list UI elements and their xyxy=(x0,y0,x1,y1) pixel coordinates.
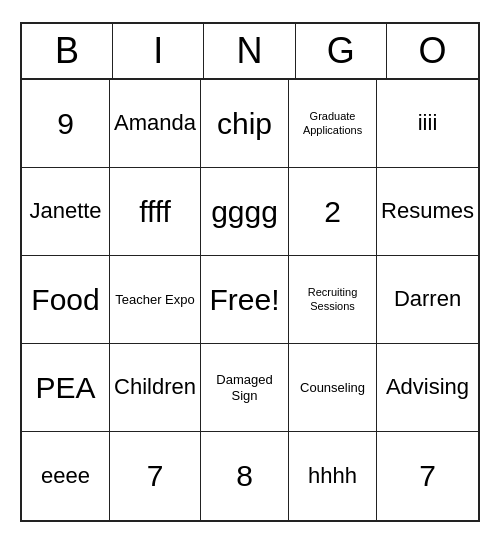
bingo-cell: Recruiting Sessions xyxy=(289,256,377,344)
bingo-cell: 9 xyxy=(22,80,110,168)
cell-text: Teacher Expo xyxy=(115,292,195,308)
cell-text: Resumes xyxy=(381,198,474,224)
bingo-cell: 7 xyxy=(377,432,478,520)
bingo-cell: hhhh xyxy=(289,432,377,520)
cell-text: PEA xyxy=(36,370,96,406)
cell-text: Recruiting Sessions xyxy=(293,286,372,312)
header-letter: N xyxy=(204,24,295,78)
cell-text: chip xyxy=(217,106,272,142)
cell-text: 7 xyxy=(147,458,164,494)
cell-text: Counseling xyxy=(300,380,365,396)
cell-text: hhhh xyxy=(308,463,357,489)
cell-text: eeee xyxy=(41,463,90,489)
cell-text: Amanda xyxy=(114,110,196,136)
cell-text: Janette xyxy=(29,198,101,224)
header-letter: B xyxy=(22,24,113,78)
bingo-header: BINGO xyxy=(22,24,478,80)
bingo-cell: PEA xyxy=(22,344,110,432)
bingo-cell: Children xyxy=(110,344,201,432)
bingo-cell: 7 xyxy=(110,432,201,520)
bingo-cell: Food xyxy=(22,256,110,344)
bingo-cell: iiii xyxy=(377,80,478,168)
cell-text: 2 xyxy=(324,194,341,230)
cell-text: gggg xyxy=(211,194,278,230)
header-letter: G xyxy=(296,24,387,78)
cell-text: Graduate Applications xyxy=(293,110,372,136)
cell-text: Food xyxy=(31,282,99,318)
bingo-cell: chip xyxy=(201,80,289,168)
header-letter: I xyxy=(113,24,204,78)
bingo-cell: Darren xyxy=(377,256,478,344)
bingo-cell: 2 xyxy=(289,168,377,256)
bingo-cell: Counseling xyxy=(289,344,377,432)
bingo-cell: Amanda xyxy=(110,80,201,168)
cell-text: Children xyxy=(114,374,196,400)
bingo-cell: Janette xyxy=(22,168,110,256)
bingo-card: BINGO 9AmandachipGraduate Applicationsii… xyxy=(20,22,480,522)
cell-text: 8 xyxy=(236,458,253,494)
bingo-cell: eeee xyxy=(22,432,110,520)
cell-text: Advising xyxy=(386,374,469,400)
bingo-cell: Resumes xyxy=(377,168,478,256)
cell-text: Free! xyxy=(209,282,279,318)
bingo-cell: 8 xyxy=(201,432,289,520)
cell-text: Darren xyxy=(394,286,461,312)
header-letter: O xyxy=(387,24,478,78)
cell-text: 9 xyxy=(57,106,74,142)
bingo-cell: Advising xyxy=(377,344,478,432)
cell-text: ffff xyxy=(139,194,171,230)
cell-text: Damaged Sign xyxy=(205,372,284,403)
bingo-cell: ffff xyxy=(110,168,201,256)
bingo-cell: Free! xyxy=(201,256,289,344)
bingo-grid: 9AmandachipGraduate ApplicationsiiiiJane… xyxy=(22,80,478,520)
bingo-cell: Damaged Sign xyxy=(201,344,289,432)
bingo-cell: Teacher Expo xyxy=(110,256,201,344)
bingo-cell: Graduate Applications xyxy=(289,80,377,168)
cell-text: 7 xyxy=(419,458,436,494)
cell-text: iiii xyxy=(418,110,438,136)
bingo-cell: gggg xyxy=(201,168,289,256)
